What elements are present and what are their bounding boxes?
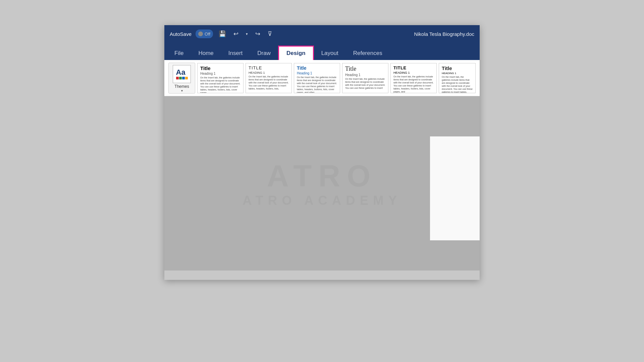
style-body-caps: On the Insert tab, the galleries include… <box>393 75 434 93</box>
style-card-caps[interactable]: TITLE HEADING 1 On the Insert tab, the g… <box>390 63 437 93</box>
toggle-text: Off <box>205 32 210 37</box>
ribbon-content: Aa Themes ▾ Title Heading 1 On the Inser… <box>164 60 480 96</box>
app-window: AutoSave Off 💾 ↩ ▾ ↪ ⊽ Nikola Tesla Biog… <box>164 25 480 280</box>
style-body-modern: On the Insert tab, the galleries include… <box>249 75 289 90</box>
watermark-line1: ATRO <box>243 159 401 193</box>
document-page <box>430 136 480 240</box>
style-h1-serif: Heading 1 <box>345 73 385 77</box>
undo-button[interactable]: ↩ <box>232 29 240 38</box>
tab-references[interactable]: References <box>346 47 390 60</box>
themes-arrow-icon: ▾ <box>181 89 183 93</box>
undo-dropdown-button[interactable]: ▾ <box>244 31 250 37</box>
themes-label: Themes <box>174 84 189 89</box>
style-title-partial: Title <box>442 65 473 71</box>
style-h1-caps: HEADING 1 <box>393 71 434 74</box>
style-h1-default: Heading 1 <box>200 72 240 75</box>
tab-file[interactable]: File <box>167 47 191 60</box>
style-body-partial: On the Insert tab, the galleries include… <box>442 75 473 93</box>
style-body-default: On the Insert tab, the galleries include… <box>200 76 240 93</box>
watermark-line2: ATRO ACADEMY <box>243 193 401 208</box>
themes-icon: Aa <box>173 65 191 83</box>
color-block-blue <box>182 77 185 79</box>
color-block-green <box>179 77 182 79</box>
autosave-label: AutoSave <box>170 31 192 37</box>
style-h1-modern: Heading 1 <box>249 71 289 74</box>
color-block-yellow <box>185 77 188 79</box>
style-card-partial[interactable]: Title HEADING 1 On the Insert tab, the g… <box>439 63 476 93</box>
tab-insert[interactable]: Insert <box>221 47 250 60</box>
style-card-blue[interactable]: Title Heading 1 On the Insert tab, the g… <box>294 63 340 93</box>
status-bar <box>164 270 480 280</box>
style-title-serif: Title <box>345 65 385 72</box>
color-block-red <box>176 77 179 79</box>
style-title-caps: TITLE <box>393 65 434 70</box>
toggle-dot <box>198 32 203 36</box>
style-title-modern: TITLE <box>249 65 289 70</box>
watermark: ATRO ATRO ACADEMY <box>243 159 401 208</box>
style-body-serif: On the Insert tab, the galleries include… <box>345 77 385 89</box>
style-title-blue: Title <box>297 65 337 71</box>
style-body-blue: On the Insert tab, the galleries include… <box>297 76 337 93</box>
ribbon-nav: File Home Insert Draw Design Layout Refe… <box>164 43 480 60</box>
redo-button[interactable]: ↪ <box>254 29 262 38</box>
quick-access-button[interactable]: ⊽ <box>266 29 274 38</box>
tab-home[interactable]: Home <box>191 47 221 60</box>
tab-draw[interactable]: Draw <box>250 47 278 60</box>
style-card-modern[interactable]: TITLE Heading 1 On the Insert tab, the g… <box>246 63 292 93</box>
tab-layout[interactable]: Layout <box>314 47 346 60</box>
style-h1-blue: Heading 1 <box>297 71 337 75</box>
autosave-toggle[interactable]: Off <box>196 29 213 38</box>
style-h1-partial: HEADING 1 <box>442 72 473 75</box>
style-card-default[interactable]: Title Heading 1 On the Insert tab, the g… <box>197 63 244 93</box>
style-card-serif[interactable]: Title Heading 1 On the Insert tab, the g… <box>342 63 388 93</box>
style-title-default: Title <box>200 65 240 71</box>
tab-design[interactable]: Design <box>278 46 314 60</box>
themes-button[interactable]: Aa Themes ▾ <box>168 63 195 94</box>
document-area: ATRO ATRO ACADEMY <box>164 96 480 270</box>
save-button[interactable]: 💾 <box>217 29 228 38</box>
title-bar: AutoSave Off 💾 ↩ ▾ ↪ ⊽ Nikola Tesla Biog… <box>164 25 480 43</box>
document-title: Nikola Tesla Biography.doc <box>414 31 474 37</box>
